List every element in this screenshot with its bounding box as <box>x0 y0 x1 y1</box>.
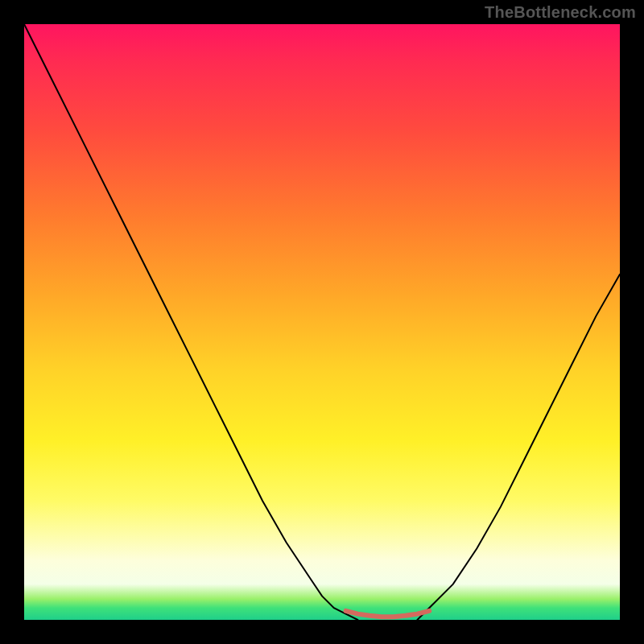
valley-flat-path <box>346 611 430 617</box>
curve-layer <box>24 24 620 620</box>
right-branch-path <box>417 275 620 620</box>
plot-area <box>24 24 620 620</box>
chart-frame: TheBottleneck.com <box>0 0 644 644</box>
watermark-text: TheBottleneck.com <box>485 3 636 22</box>
left-branch-path <box>24 24 357 620</box>
